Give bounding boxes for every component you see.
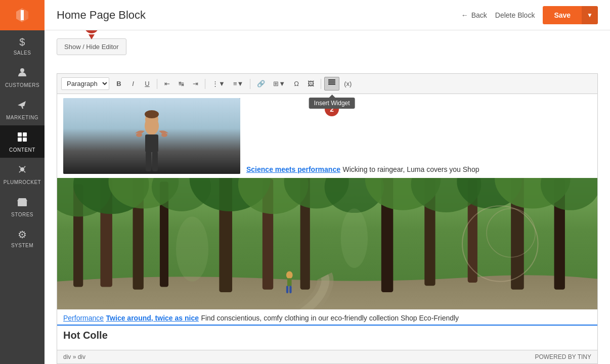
page-header: Home Page Block ← Back Delete Block Save… (45, 0, 610, 30)
toolbar-divider-4 (321, 79, 321, 89)
sidebar-label-customers: CUSTOMERS (5, 82, 39, 88)
bold-icon: B (116, 80, 121, 87)
svg-rect-11 (21, 203, 24, 206)
page-title: Home Page Block (57, 9, 146, 22)
svg-point-21 (145, 110, 159, 118)
bold-button[interactable]: B (112, 78, 125, 89)
performance-link[interactable]: Performance (63, 314, 104, 322)
show-hide-editor-button[interactable]: Show / Hide Editor (57, 38, 126, 55)
svg-rect-3 (21, 10, 24, 20)
editor-content-area[interactable]: Science meets performance Wicking to rai… (57, 94, 597, 350)
editor-toolbar: Paragraph Heading 1 Heading 2 Heading 3 … (57, 74, 597, 94)
editor-container: Paragraph Heading 1 Heading 2 Heading 3 … (57, 73, 598, 364)
sidebar-item-sales[interactable]: $ SALES (0, 30, 45, 61)
content-block: Science meets performance Wicking to rai… (57, 94, 597, 341)
table-button[interactable]: ⊞▼ (270, 78, 289, 89)
sidebar-item-marketing[interactable]: MARKETING (0, 93, 45, 125)
plumrocket-icon (17, 164, 28, 177)
italic-icon: I (132, 80, 134, 87)
marketing-icon (17, 99, 28, 113)
sidebar-label-stores: STORES (11, 212, 33, 217)
svg-rect-19 (152, 151, 158, 171)
special-char-button[interactable]: Ω (290, 78, 303, 89)
science-description: Wicking to raingear, Luma covers you Sho… (342, 165, 479, 173)
svg-rect-14 (328, 79, 335, 81)
save-dropdown-button[interactable]: ▼ (582, 6, 598, 24)
align-center-icon: ↹ (179, 80, 184, 87)
align-left-button[interactable]: ⇤ (160, 78, 173, 89)
svg-rect-13 (328, 83, 335, 85)
content-row-2 (57, 178, 597, 309)
svg-rect-8 (23, 138, 27, 142)
underline-button[interactable]: U (141, 78, 154, 89)
page-body: 1 Show / Hide Editor Paragraph Heading 1… (45, 30, 610, 364)
sidebar-label-system: SYSTEM (11, 243, 33, 248)
customers-icon (17, 67, 28, 80)
svg-rect-17 (145, 134, 158, 152)
back-label: Back (471, 11, 487, 19)
underline-icon: U (145, 80, 149, 87)
sidebar-item-system[interactable]: ⚙ SYSTEM (0, 222, 45, 253)
sales-icon: $ (19, 36, 25, 48)
widget-button[interactable]: (x) (340, 78, 355, 89)
forest-image (57, 178, 597, 309)
dom-path: div » div (63, 353, 85, 360)
image-icon: 🖼 (308, 80, 314, 87)
science-meets-performance-link[interactable]: Science meets performance (246, 165, 340, 173)
twice-around-link[interactable]: Twice around, twice as nice (106, 314, 199, 322)
annotation-1-circle: 1 (84, 30, 99, 33)
fitness-image (63, 98, 240, 174)
save-button[interactable]: Save (543, 6, 582, 24)
content-icon (17, 131, 28, 145)
sidebar-item-customers[interactable]: CUSTOMERS (0, 61, 45, 93)
editor-status-bar: div » div POWERED BY TINY (57, 350, 597, 363)
toolbar-area: 1 Show / Hide Editor (45, 30, 610, 67)
table-icon: ⊞ (273, 80, 279, 87)
sidebar-label-plumrocket: PLUMROCKET (4, 179, 41, 185)
sidebar-label-marketing: MARKETING (6, 115, 38, 120)
hot-collections-partial: Hot Colle (63, 330, 108, 341)
back-button[interactable]: ← Back (461, 11, 487, 19)
powered-by-label: POWERED BY TINY (535, 353, 591, 360)
sidebar-item-content[interactable]: CONTENT (0, 125, 45, 158)
sidebar-label-content: CONTENT (9, 147, 35, 153)
unordered-list-button[interactable]: ⋮▼ (208, 78, 229, 89)
align-right-icon: ⇥ (193, 80, 198, 87)
toolbar-divider-1 (157, 79, 157, 89)
annotation-1-arrow (89, 34, 95, 39)
insert-widget-tooltip: Insert Widget (309, 98, 355, 109)
omega-icon: Ω (294, 80, 299, 87)
stores-icon (17, 196, 28, 210)
insert-image-button[interactable]: 🖼 (304, 78, 318, 89)
svg-point-22 (136, 133, 142, 137)
svg-point-23 (161, 133, 167, 137)
align-right-button[interactable]: ⇥ (189, 78, 202, 89)
sidebar-item-stores[interactable]: STORES (0, 190, 45, 222)
align-center-button[interactable]: ↹ (175, 78, 188, 89)
svg-rect-18 (146, 151, 151, 171)
svg-rect-51 (287, 278, 292, 286)
science-text-block: Science meets performance Wicking to rai… (240, 165, 591, 174)
toolbar-divider-3 (250, 79, 250, 89)
back-arrow-icon: ← (461, 11, 468, 19)
save-group: Save ▼ (543, 6, 598, 24)
content-bottom: Performance Twice around, twice as nice … (57, 309, 597, 325)
chevron-down-icon: ▼ (587, 12, 593, 19)
layers-icon (328, 79, 336, 88)
sidebar-item-plumrocket[interactable]: PLUMROCKET (0, 158, 45, 190)
list-ul-icon: ⋮ (212, 80, 219, 87)
insert-layers-button[interactable] (324, 77, 339, 90)
link-button[interactable]: 🔗 (253, 78, 269, 89)
ordered-list-button[interactable]: ≡▼ (230, 78, 247, 89)
system-icon: ⚙ (18, 229, 27, 241)
sidebar: $ SALES CUSTOMERS MARKETING (0, 0, 45, 364)
svg-rect-6 (23, 132, 27, 136)
italic-button[interactable]: I (126, 78, 140, 89)
delete-block-button[interactable]: Delete Block (495, 11, 535, 19)
list-ol-icon: ≡ (233, 80, 237, 87)
link-icon: 🔗 (257, 80, 265, 87)
svg-rect-5 (18, 132, 22, 136)
main-content: Home Page Block ← Back Delete Block Save… (45, 0, 610, 364)
paragraph-select[interactable]: Paragraph Heading 1 Heading 2 Heading 3 (61, 77, 109, 90)
magento-logo[interactable] (0, 0, 45, 30)
